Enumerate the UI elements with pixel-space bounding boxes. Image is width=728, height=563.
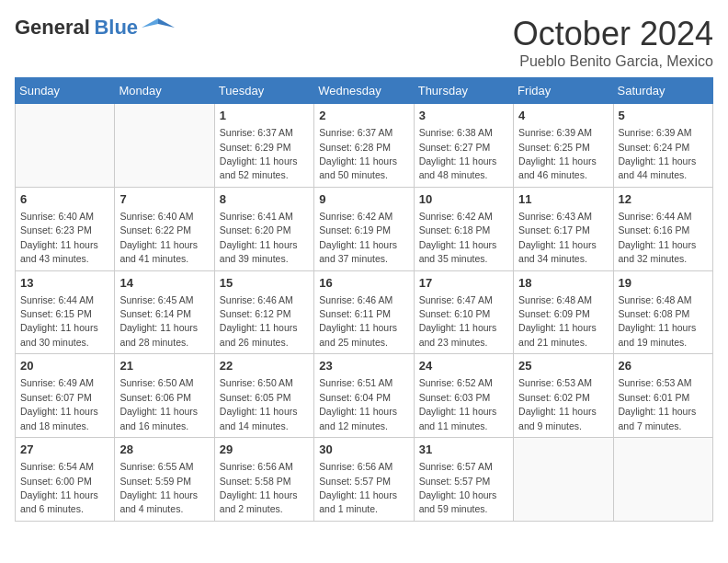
cell-info: Sunrise: 6:40 AM Sunset: 6:23 PM Dayligh… xyxy=(20,211,101,264)
calendar-cell xyxy=(115,104,214,188)
calendar-cell: 19Sunrise: 6:48 AM Sunset: 6:08 PM Dayli… xyxy=(613,270,712,354)
day-number: 1 xyxy=(220,108,309,124)
cell-info: Sunrise: 6:39 AM Sunset: 6:24 PM Dayligh… xyxy=(619,127,700,180)
day-number: 26 xyxy=(619,358,708,374)
cell-info: Sunrise: 6:52 AM Sunset: 6:03 PM Dayligh… xyxy=(419,377,500,431)
day-number: 27 xyxy=(20,442,109,458)
calendar-cell: 15Sunrise: 6:46 AM Sunset: 6:12 PM Dayli… xyxy=(214,270,313,354)
location: Pueblo Benito Garcia, Mexico xyxy=(513,53,713,70)
day-number: 29 xyxy=(220,442,309,458)
day-header-monday: Monday xyxy=(115,78,214,104)
cell-info: Sunrise: 6:56 AM Sunset: 5:58 PM Dayligh… xyxy=(220,461,301,514)
calendar-cell: 22Sunrise: 6:50 AM Sunset: 6:05 PM Dayli… xyxy=(214,354,313,438)
day-number: 8 xyxy=(220,191,309,208)
day-number: 30 xyxy=(319,442,408,458)
cell-info: Sunrise: 6:41 AM Sunset: 6:20 PM Dayligh… xyxy=(220,211,301,264)
day-number: 16 xyxy=(319,275,408,292)
day-number: 14 xyxy=(119,275,209,292)
calendar-cell: 29Sunrise: 6:56 AM Sunset: 5:58 PM Dayli… xyxy=(214,438,313,522)
calendar-cell: 21Sunrise: 6:50 AM Sunset: 6:06 PM Dayli… xyxy=(115,354,214,438)
page-header: General Blue October 2024 Pueblo Benito … xyxy=(15,15,713,70)
calendar-week-3: 13Sunrise: 6:44 AM Sunset: 6:15 PM Dayli… xyxy=(16,270,713,354)
cell-info: Sunrise: 6:53 AM Sunset: 6:01 PM Dayligh… xyxy=(619,377,700,431)
cell-info: Sunrise: 6:47 AM Sunset: 6:10 PM Dayligh… xyxy=(419,294,500,348)
day-number: 20 xyxy=(20,358,109,374)
logo: General Blue xyxy=(15,15,175,40)
logo-blue: Blue xyxy=(94,16,138,39)
calendar-cell xyxy=(613,438,712,522)
day-number: 11 xyxy=(518,191,608,208)
calendar-cell: 3Sunrise: 6:38 AM Sunset: 6:27 PM Daylig… xyxy=(414,104,513,188)
day-number: 2 xyxy=(319,108,408,124)
cell-info: Sunrise: 6:51 AM Sunset: 6:04 PM Dayligh… xyxy=(319,377,400,431)
cell-info: Sunrise: 6:55 AM Sunset: 5:59 PM Dayligh… xyxy=(119,461,200,514)
cell-info: Sunrise: 6:38 AM Sunset: 6:27 PM Dayligh… xyxy=(419,127,500,180)
calendar-cell: 9Sunrise: 6:42 AM Sunset: 6:19 PM Daylig… xyxy=(314,187,414,270)
day-number: 17 xyxy=(419,275,508,292)
calendar-cell: 6Sunrise: 6:40 AM Sunset: 6:23 PM Daylig… xyxy=(16,187,115,270)
calendar-cell: 25Sunrise: 6:53 AM Sunset: 6:02 PM Dayli… xyxy=(514,354,613,438)
calendar-week-1: 1Sunrise: 6:37 AM Sunset: 6:29 PM Daylig… xyxy=(16,104,713,188)
day-number: 13 xyxy=(20,275,109,292)
logo-bird-icon xyxy=(142,15,175,40)
day-header-sunday: Sunday xyxy=(16,78,115,104)
logo-general: General xyxy=(15,16,90,39)
cell-info: Sunrise: 6:43 AM Sunset: 6:17 PM Dayligh… xyxy=(518,211,599,264)
calendar-cell: 23Sunrise: 6:51 AM Sunset: 6:04 PM Dayli… xyxy=(314,354,414,438)
cell-info: Sunrise: 6:53 AM Sunset: 6:02 PM Dayligh… xyxy=(518,377,599,431)
day-number: 3 xyxy=(419,108,508,124)
day-header-thursday: Thursday xyxy=(414,78,513,104)
day-number: 24 xyxy=(419,358,508,374)
cell-info: Sunrise: 6:46 AM Sunset: 6:11 PM Dayligh… xyxy=(319,294,400,348)
day-number: 25 xyxy=(518,358,608,374)
day-header-saturday: Saturday xyxy=(613,78,712,104)
calendar-cell: 26Sunrise: 6:53 AM Sunset: 6:01 PM Dayli… xyxy=(613,354,712,438)
cell-info: Sunrise: 6:44 AM Sunset: 6:15 PM Dayligh… xyxy=(20,294,101,348)
calendar-table: SundayMondayTuesdayWednesdayThursdayFrid… xyxy=(15,77,713,522)
cell-info: Sunrise: 6:42 AM Sunset: 6:19 PM Dayligh… xyxy=(319,211,400,264)
calendar-cell: 10Sunrise: 6:42 AM Sunset: 6:18 PM Dayli… xyxy=(414,187,513,270)
cell-info: Sunrise: 6:40 AM Sunset: 6:22 PM Dayligh… xyxy=(119,211,200,264)
day-number: 18 xyxy=(518,275,608,292)
calendar-cell: 16Sunrise: 6:46 AM Sunset: 6:11 PM Dayli… xyxy=(314,270,414,354)
calendar-cell: 27Sunrise: 6:54 AM Sunset: 6:00 PM Dayli… xyxy=(16,438,115,522)
calendar-cell: 8Sunrise: 6:41 AM Sunset: 6:20 PM Daylig… xyxy=(214,187,313,270)
day-number: 28 xyxy=(119,442,209,458)
calendar-cell: 11Sunrise: 6:43 AM Sunset: 6:17 PM Dayli… xyxy=(514,187,613,270)
calendar-cell: 5Sunrise: 6:39 AM Sunset: 6:24 PM Daylig… xyxy=(613,104,712,188)
cell-info: Sunrise: 6:39 AM Sunset: 6:25 PM Dayligh… xyxy=(518,127,599,180)
day-number: 4 xyxy=(518,108,608,124)
logo-text: General Blue xyxy=(15,16,138,40)
cell-info: Sunrise: 6:50 AM Sunset: 6:06 PM Dayligh… xyxy=(119,377,200,431)
calendar-cell: 17Sunrise: 6:47 AM Sunset: 6:10 PM Dayli… xyxy=(414,270,513,354)
svg-marker-0 xyxy=(158,18,175,28)
calendar-cell: 31Sunrise: 6:57 AM Sunset: 5:57 PM Dayli… xyxy=(414,438,513,522)
cell-info: Sunrise: 6:46 AM Sunset: 6:12 PM Dayligh… xyxy=(220,294,301,348)
day-number: 23 xyxy=(319,358,408,374)
cell-info: Sunrise: 6:49 AM Sunset: 6:07 PM Dayligh… xyxy=(20,377,101,431)
calendar-cell: 14Sunrise: 6:45 AM Sunset: 6:14 PM Dayli… xyxy=(115,270,214,354)
day-number: 7 xyxy=(119,191,209,208)
cell-info: Sunrise: 6:45 AM Sunset: 6:14 PM Dayligh… xyxy=(119,294,200,348)
month-title: October 2024 xyxy=(513,15,713,53)
day-header-tuesday: Tuesday xyxy=(214,78,313,104)
cell-info: Sunrise: 6:42 AM Sunset: 6:18 PM Dayligh… xyxy=(419,211,500,264)
cell-info: Sunrise: 6:37 AM Sunset: 6:29 PM Dayligh… xyxy=(220,127,301,180)
day-number: 5 xyxy=(619,108,708,124)
calendar-week-4: 20Sunrise: 6:49 AM Sunset: 6:07 PM Dayli… xyxy=(16,354,713,438)
calendar-cell: 12Sunrise: 6:44 AM Sunset: 6:16 PM Dayli… xyxy=(613,187,712,270)
calendar-cell: 30Sunrise: 6:56 AM Sunset: 5:57 PM Dayli… xyxy=(314,438,414,522)
day-number: 9 xyxy=(319,191,408,208)
calendar-cell: 1Sunrise: 6:37 AM Sunset: 6:29 PM Daylig… xyxy=(214,104,313,188)
calendar-week-2: 6Sunrise: 6:40 AM Sunset: 6:23 PM Daylig… xyxy=(16,187,713,270)
day-number: 21 xyxy=(119,358,209,374)
calendar-header-row: SundayMondayTuesdayWednesdayThursdayFrid… xyxy=(16,78,713,104)
cell-info: Sunrise: 6:44 AM Sunset: 6:16 PM Dayligh… xyxy=(619,211,700,264)
cell-info: Sunrise: 6:56 AM Sunset: 5:57 PM Dayligh… xyxy=(319,461,400,514)
calendar-cell: 7Sunrise: 6:40 AM Sunset: 6:22 PM Daylig… xyxy=(115,187,214,270)
svg-marker-1 xyxy=(142,18,158,28)
cell-info: Sunrise: 6:57 AM Sunset: 5:57 PM Dayligh… xyxy=(419,461,500,514)
calendar-cell: 20Sunrise: 6:49 AM Sunset: 6:07 PM Dayli… xyxy=(16,354,115,438)
calendar-cell: 13Sunrise: 6:44 AM Sunset: 6:15 PM Dayli… xyxy=(16,270,115,354)
day-header-wednesday: Wednesday xyxy=(314,78,414,104)
